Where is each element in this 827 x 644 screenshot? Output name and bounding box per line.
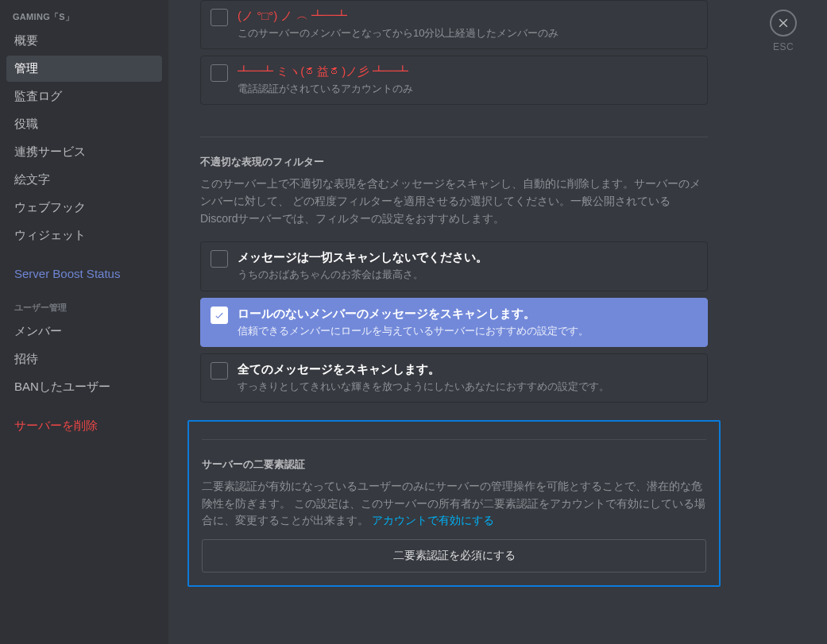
- sidebar-item-widget[interactable]: ウィジェット: [6, 222, 162, 249]
- sidebar-item-integrations[interactable]: 連携サービス: [6, 139, 162, 165]
- filter-option-none[interactable]: メッセージは一切スキャンしないでください。 うちのおばあちゃんのお茶会は最高さ。: [200, 241, 708, 291]
- close-icon: [777, 17, 790, 29]
- filter-option-no-role[interactable]: ロールのないメンバーのメッセージをスキャンします。 信頼できるメンバーにロールを…: [200, 298, 708, 347]
- sidebar-item-boost[interactable]: Server Boost Status: [6, 261, 162, 286]
- verification-option-10min[interactable]: (ノ °□°) ノ ︵ ┻━┻ このサーバーのメンバーとなってから10分以上経過…: [200, 0, 708, 49]
- mfa-enable-link[interactable]: アカウントで有効にする: [372, 514, 494, 526]
- mfa-heading: サーバーの二要素認証: [202, 457, 706, 472]
- settings-sidebar: GAMING「S」 概要 管理 監査ログ 役職 連携サービス 絵文字 ウェブフッ…: [0, 0, 168, 644]
- checkbox[interactable]: [211, 9, 228, 26]
- option-desc: うちのおばあちゃんのお茶会は最高さ。: [238, 268, 698, 282]
- option-title: ロールのないメンバーのメッセージをスキャンします。: [238, 307, 698, 322]
- filter-heading: 不適切な表現のフィルター: [200, 155, 708, 169]
- sidebar-item-invites[interactable]: 招待: [6, 346, 162, 372]
- close-column: ESC: [740, 0, 827, 644]
- settings-main: (ノ °□°) ノ ︵ ┻━┻ このサーバーのメンバーとなってから10分以上経過…: [168, 0, 740, 644]
- sidebar-item-bans[interactable]: BANしたユーザー: [6, 374, 162, 400]
- sidebar-item-webhooks[interactable]: ウェブフック: [6, 195, 162, 221]
- checkbox[interactable]: [211, 307, 228, 324]
- sidebar-subheader-user-mgmt: ユーザー管理: [6, 287, 162, 318]
- option-desc: 電話認証がされているアカウントのみ: [238, 82, 698, 96]
- section-divider: [200, 137, 708, 137]
- option-title: メッセージは一切スキャンしないでください。: [238, 250, 698, 265]
- sidebar-item-moderation[interactable]: 管理: [6, 56, 162, 82]
- sidebar-item-emoji[interactable]: 絵文字: [6, 167, 162, 193]
- filter-description: このサーバー上で不適切な表現を含むメッセージをスキャンし、自動的に削除します。サ…: [200, 175, 708, 227]
- verification-option-phone[interactable]: ┻━┻ ミヽ(ಠ益ಠ)ノ彡 ┻━┻ 電話認証がされているアカウントのみ: [200, 56, 708, 105]
- section-divider: [202, 439, 706, 440]
- close-label: ESC: [773, 41, 794, 52]
- checkbox[interactable]: [211, 64, 228, 82]
- option-title: ┻━┻ ミヽ(ಠ益ಠ)ノ彡 ┻━┻: [238, 64, 698, 79]
- check-icon: [214, 310, 225, 321]
- sidebar-item-overview[interactable]: 概要: [6, 28, 162, 54]
- mfa-require-button[interactable]: 二要素認証を必須にする: [202, 539, 706, 573]
- option-desc: 信頼できるメンバーにロールを与えているサーバーにおすすめの設定です。: [238, 324, 698, 338]
- mfa-highlight-box: サーバーの二要素認証 二要素認証が有効になっているユーザーのみにサーバーの管理操…: [187, 420, 721, 587]
- sidebar-server-name: GAMING「S」: [6, 8, 162, 28]
- option-title: (ノ °□°) ノ ︵ ┻━┻: [238, 9, 698, 24]
- sidebar-item-delete-server[interactable]: サーバーを削除: [6, 413, 162, 439]
- checkbox[interactable]: [211, 250, 228, 268]
- checkbox[interactable]: [211, 362, 228, 380]
- filter-option-all[interactable]: 全てのメッセージをスキャンします。 すっきりとしてきれいな輝きを放つようにしたい…: [200, 353, 708, 403]
- option-title: 全てのメッセージをスキャンします。: [238, 362, 698, 377]
- close-button[interactable]: [770, 10, 797, 37]
- sidebar-item-roles[interactable]: 役職: [6, 111, 162, 137]
- mfa-description: 二要素認証が有効になっているユーザーのみにサーバーの管理操作を可能とすることで、…: [202, 478, 706, 530]
- option-desc: すっきりとしてきれいな輝きを放つようにしたいあなたにおすすめの設定です。: [238, 380, 698, 394]
- option-desc: このサーバーのメンバーとなってから10分以上経過したメンバーのみ: [238, 26, 698, 40]
- sidebar-item-audit-log[interactable]: 監査ログ: [6, 83, 162, 110]
- sidebar-item-members[interactable]: メンバー: [6, 318, 162, 345]
